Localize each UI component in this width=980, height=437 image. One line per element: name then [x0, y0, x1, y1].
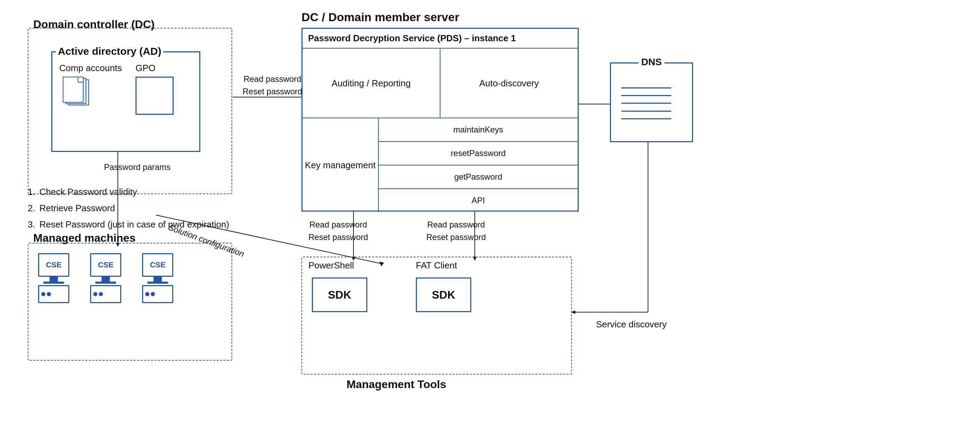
read-reset-top-label: Read password Reset password [243, 73, 302, 98]
auditing-label: Auditing / Reporting [332, 78, 410, 89]
powershell-label: PowerShell [309, 260, 354, 271]
dns-box: DNS [610, 62, 693, 142]
pds-outer-box: Password Decryption Service (PDS) – inst… [301, 28, 579, 212]
ad-title: Active directory (AD) [56, 45, 163, 57]
fat-client-label: FAT Client [416, 260, 457, 271]
fat-client-sdk-box: SDK [416, 278, 471, 312]
get-password-fn-label: getPassword [379, 166, 578, 189]
service-discovery-label: Service discovery [596, 319, 667, 330]
maintain-keys-label: maintainKeys [379, 118, 578, 142]
read-reset-left-label: Read password Reset password [309, 218, 368, 244]
list-item-3: 3.Reset Password (just in case of pwd ex… [28, 217, 229, 233]
cse-computer-2: CSE [90, 253, 121, 303]
management-tools-label: Management Tools [347, 378, 446, 391]
numbered-list: 1.Check Password validity 2.Retrieve Pas… [28, 184, 229, 232]
list-item-1: 1.Check Password validity [28, 184, 229, 200]
gpo-icon [135, 77, 173, 115]
diagram-container: Domain controller (DC) Active directory … [0, 0, 980, 437]
reset-password-fn-label: resetPassword [379, 142, 578, 166]
auto-discovery-label: Auto-discovery [479, 78, 539, 89]
read-reset-right-label: Read password Reset password [426, 218, 486, 244]
key-management-cell: Key management [302, 118, 379, 212]
auditing-reporting-cell: Auditing / Reporting [302, 49, 441, 118]
comp-accounts-label: Comp accounts [59, 63, 122, 73]
pds-title-label: DC / Domain member server [301, 10, 459, 24]
list-item-2: 2.Retrieve Password [28, 200, 229, 217]
dc-label: Domain controller (DC) [33, 18, 154, 31]
managed-machines-label: Managed machines [33, 232, 135, 244]
api-label: API [379, 189, 578, 212]
auto-discovery-cell: Auto-discovery [441, 49, 578, 118]
cse-computer-1: CSE [38, 253, 69, 303]
gpo-label: GPO [135, 63, 156, 73]
key-management-label: Key management [305, 160, 375, 171]
key-management-functions: maintainKeys resetPassword getPassword A… [379, 118, 578, 212]
dns-icon [618, 77, 687, 129]
powershell-sdk-box: SDK [312, 278, 368, 312]
active-directory-box: Active directory (AD) Comp accounts GPO [51, 51, 200, 152]
cse-computer-3: CSE [142, 253, 173, 303]
dns-label: DNS [638, 57, 664, 68]
password-params-label: Password params [104, 162, 170, 172]
pds-box-label: Password Decryption Service (PDS) – inst… [302, 29, 578, 49]
management-tools-box [301, 257, 572, 375]
